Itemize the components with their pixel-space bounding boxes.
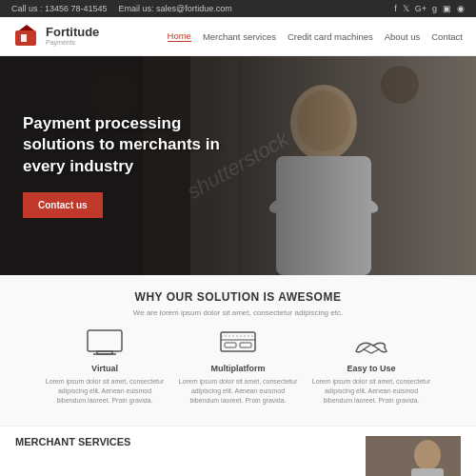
email-label: Email us: sales@fortidue.com xyxy=(119,4,232,13)
merchant-text: MERCHANT SERVICES xyxy=(15,436,354,451)
why-section: WHY OUR SOLUTION IS AWESOME We are lorem… xyxy=(0,275,476,426)
virtual-label: Virtual xyxy=(43,364,167,373)
top-bar: Call us : 13456 78-41545 Email us: sales… xyxy=(0,0,476,17)
svg-rect-20 xyxy=(240,343,251,347)
top-bar-contact: Call us : 13456 78-41545 Email us: sales… xyxy=(11,4,232,13)
easyuse-label: Easy to Use xyxy=(309,364,433,373)
phone-label: Call us : 13456 78-41545 xyxy=(11,4,108,13)
social-icons: f 𝕏 G+ g ▣ ◉ xyxy=(394,4,465,13)
svg-rect-14 xyxy=(88,330,122,351)
virtual-icon xyxy=(84,328,126,359)
navbar: Fortitude Payments Home Merchant service… xyxy=(0,17,476,56)
merchant-photo xyxy=(366,436,461,476)
feature-multiplatform: Multiplatform Lorem ipsum dolor sit amet… xyxy=(176,328,300,405)
nav-about[interactable]: About us xyxy=(385,31,421,42)
googleplus-icon[interactable]: G+ xyxy=(415,4,426,13)
virtual-desc: Lorem ipsum dolor sit amet, consectetur … xyxy=(43,377,167,405)
multiplatform-icon xyxy=(217,328,259,359)
merchant-section: MERCHANT SERVICES xyxy=(0,426,476,476)
multiplatform-desc: Lorem ipsum dolor sit amet, consectetur … xyxy=(176,377,300,405)
svg-marker-1 xyxy=(19,25,34,30)
feature-virtual: Virtual Lorem ipsum dolor sit amet, cons… xyxy=(43,328,167,405)
features-row: Virtual Lorem ipsum dolor sit amet, cons… xyxy=(19,328,457,405)
nav-contact[interactable]: Contact xyxy=(431,31,463,42)
easyuse-desc: Lorem ipsum dolor sit amet, consectetur … xyxy=(309,377,433,405)
logo-icon xyxy=(13,23,40,50)
why-subtitle: We are lorem ipsum dolor sit amet, conse… xyxy=(19,308,457,317)
nav-home[interactable]: Home xyxy=(168,30,191,42)
logo-subtitle: Payments xyxy=(46,39,99,47)
logo: Fortitude Payments xyxy=(13,23,99,50)
instagram-icon[interactable]: ▣ xyxy=(443,4,451,13)
google-icon[interactable]: g xyxy=(432,4,437,13)
merchant-image xyxy=(366,436,461,476)
why-title: WHY OUR SOLUTION IS AWESOME xyxy=(19,290,457,304)
contact-us-button[interactable]: Contact us xyxy=(23,192,103,218)
feature-easyuse: Easy to Use Lorem ipsum dolor sit amet, … xyxy=(309,328,433,405)
hero-title: Payment processing solutions to merchant… xyxy=(23,113,232,176)
facebook-icon[interactable]: f xyxy=(394,4,397,13)
logo-text: Fortitude Payments xyxy=(46,26,99,47)
multiplatform-label: Multiplatform xyxy=(176,364,300,373)
logo-name: Fortitude xyxy=(46,26,99,39)
twitter-icon[interactable]: 𝕏 xyxy=(403,4,409,13)
merchant-title: MERCHANT SERVICES xyxy=(15,436,354,447)
hero-content: Payment processing solutions to merchant… xyxy=(0,56,476,275)
rss-icon[interactable]: ◉ xyxy=(457,4,465,13)
svg-rect-19 xyxy=(225,343,236,347)
svg-rect-25 xyxy=(366,436,461,476)
nav-creditcard[interactable]: Credit card machines xyxy=(288,31,373,42)
nav-merchant[interactable]: Merchant services xyxy=(203,31,276,42)
hero-section: shutterstock Payment processing solution… xyxy=(0,56,476,275)
nav-links: Home Merchant services Credit card machi… xyxy=(168,30,463,42)
svg-rect-17 xyxy=(221,332,255,351)
easyuse-icon xyxy=(350,328,392,359)
svg-rect-2 xyxy=(21,34,27,42)
